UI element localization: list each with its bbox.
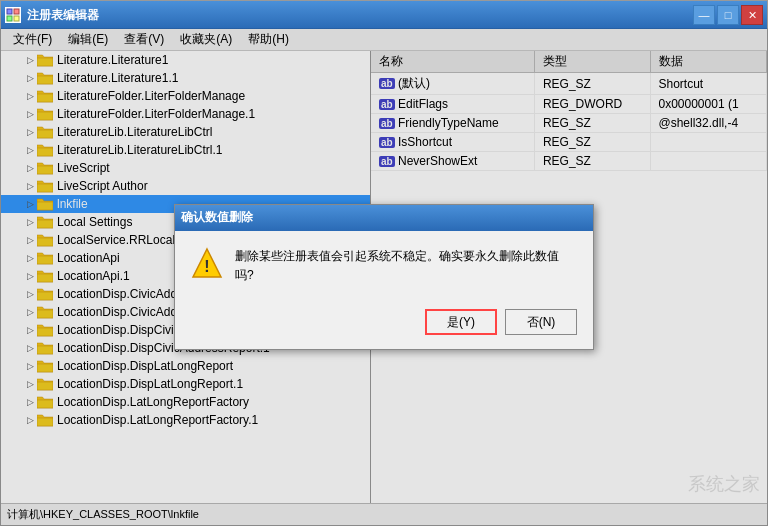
dialog-buttons: 是(Y) 否(N) <box>175 301 593 349</box>
dialog-overlay: 确认数值删除 ! 删除某些注册表值会引起系统不稳定。确实要永久删除此数值吗? 是… <box>0 28 768 526</box>
window-title: 注册表编辑器 <box>27 7 693 24</box>
warning-icon: ! <box>191 247 223 279</box>
window-controls: — □ ✕ <box>693 5 763 25</box>
svg-rect-3 <box>14 16 19 21</box>
title-bar: 注册表编辑器 — □ ✕ <box>1 1 767 29</box>
confirm-dialog: 确认数值删除 ! 删除某些注册表值会引起系统不稳定。确实要永久删除此数值吗? 是… <box>174 204 594 350</box>
app-icon <box>5 7 21 23</box>
dialog-title: 确认数值删除 <box>181 209 253 226</box>
dialog-message: 删除某些注册表值会引起系统不稳定。确实要永久删除此数值吗? <box>235 247 577 285</box>
svg-rect-2 <box>7 16 12 21</box>
restore-button[interactable]: □ <box>717 5 739 25</box>
minimize-button[interactable]: — <box>693 5 715 25</box>
dialog-title-bar: 确认数值删除 <box>175 205 593 231</box>
confirm-yes-button[interactable]: 是(Y) <box>425 309 497 335</box>
svg-text:!: ! <box>204 258 209 275</box>
dialog-body: ! 删除某些注册表值会引起系统不稳定。确实要永久删除此数值吗? <box>175 231 593 301</box>
svg-rect-0 <box>7 9 12 14</box>
confirm-no-button[interactable]: 否(N) <box>505 309 577 335</box>
close-button[interactable]: ✕ <box>741 5 763 25</box>
svg-rect-1 <box>14 9 19 14</box>
